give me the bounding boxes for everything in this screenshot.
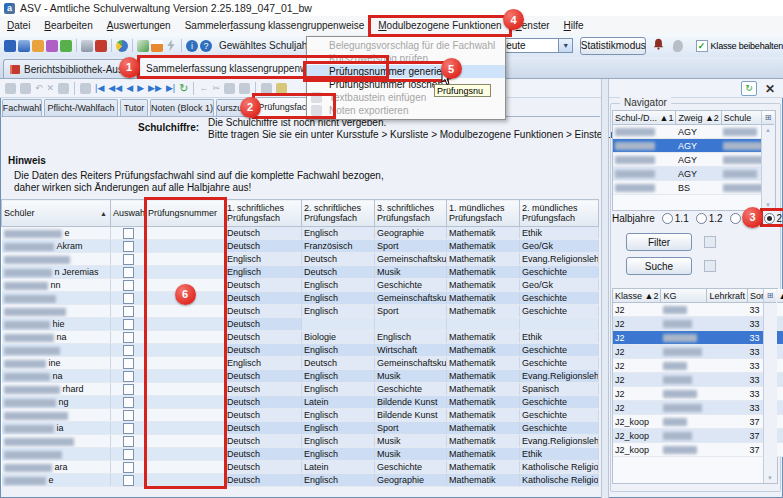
close-pane-icon[interactable]: ✕ bbox=[765, 82, 775, 96]
row-checkbox[interactable] bbox=[123, 475, 134, 486]
subject-cell-2[interactable]: Sport bbox=[375, 305, 447, 318]
printer-icon[interactable] bbox=[81, 40, 93, 52]
subject-cell-3[interactable]: Mathematik bbox=[447, 370, 520, 383]
subject-cell-3[interactable]: Mathematik bbox=[447, 357, 520, 370]
subject-cell-1[interactable]: Englisch bbox=[302, 422, 375, 435]
row-checkbox[interactable] bbox=[123, 332, 134, 343]
class-row[interactable]: J2_koop37 bbox=[613, 443, 783, 457]
refresh-icon[interactable]: ↻ bbox=[179, 82, 188, 94]
subject-cell-0[interactable]: Deutsch bbox=[225, 474, 302, 487]
scrollbar[interactable]: ⊞▲▼ bbox=[761, 111, 775, 210]
subject-cell-2[interactable]: Musik bbox=[375, 370, 447, 383]
subject-cell-3[interactable]: Mathematik bbox=[447, 435, 520, 448]
subject-cell-4[interactable]: Evang.Religionslehre bbox=[520, 435, 599, 448]
subject-cell-1[interactable]: Englisch bbox=[302, 344, 375, 357]
table-edit-icon[interactable] bbox=[137, 40, 149, 52]
sub-tab-3[interactable]: Noten (Block 1) bbox=[150, 99, 214, 116]
subject-cell-3[interactable]: Mathematik bbox=[447, 474, 520, 487]
subject-cell-0[interactable]: Deutsch bbox=[225, 370, 302, 383]
subject-cell-1[interactable] bbox=[302, 318, 375, 331]
subject-cell-4[interactable]: Ethik bbox=[520, 227, 599, 240]
tab-berichtsbibliothek[interactable]: Berichtsbibliothek-Auswertung bbox=[3, 59, 137, 78]
filter-button[interactable]: Filter bbox=[626, 233, 692, 251]
subject-cell-4[interactable]: Geschichte bbox=[520, 422, 599, 435]
panel-splitter[interactable] bbox=[601, 79, 609, 498]
subject-cell-1[interactable]: Deutsch bbox=[302, 266, 375, 279]
subject-cell-1[interactable]: Deutsch bbox=[302, 357, 375, 370]
subject-cell-1[interactable]: Englisch bbox=[302, 474, 375, 487]
window-icon[interactable] bbox=[151, 40, 163, 52]
subject-cell-2[interactable]: Geographie bbox=[375, 227, 447, 240]
class-row[interactable]: J233 bbox=[613, 331, 783, 345]
subject-cell-1[interactable]: Latein bbox=[302, 396, 375, 409]
chat-green-icon[interactable] bbox=[60, 40, 72, 52]
subject-cell-0[interactable]: Deutsch bbox=[225, 344, 302, 357]
row-checkbox[interactable] bbox=[123, 436, 134, 447]
info-icon[interactable]: i bbox=[186, 40, 198, 52]
subject-cell-0[interactable]: Deutsch bbox=[225, 240, 302, 253]
subject-cell-2[interactable]: Geschichte bbox=[375, 279, 447, 292]
subject-cell-4[interactable]: Geschichte bbox=[520, 409, 599, 422]
scrollbar[interactable]: ⊞▼ bbox=[763, 289, 777, 483]
subject-cell-4[interactable]: Katholische Religio... bbox=[520, 474, 599, 487]
subject-cell-2[interactable]: Gemeinschaftskunde bbox=[375, 253, 447, 266]
row-checkbox[interactable] bbox=[123, 241, 134, 252]
subject-cell-2[interactable]: Geographie bbox=[375, 474, 447, 487]
class-col-header-0[interactable]: Klasse ▲2 bbox=[613, 289, 661, 303]
subject-cell-0[interactable]: Deutsch bbox=[225, 461, 302, 474]
subject-cell-3[interactable]: Mathematik bbox=[447, 422, 520, 435]
prev-record-icon[interactable]: ◀ bbox=[126, 82, 133, 94]
row-checkbox[interactable] bbox=[123, 397, 134, 408]
menu-item-3[interactable]: Sammelerfassung klassengruppenweise bbox=[178, 18, 372, 33]
menu-item-1[interactable]: Bearbeiten bbox=[37, 18, 99, 33]
zeitpunkt-select[interactable]: Heute ▼ bbox=[495, 38, 573, 53]
subject-cell-4[interactable]: Geschichte bbox=[520, 396, 599, 409]
subject-cell-3[interactable]: Mathematik bbox=[447, 461, 520, 474]
subject-cell-2[interactable]: Sport bbox=[375, 240, 447, 253]
subject-cell-1[interactable]: Biologie bbox=[302, 331, 375, 344]
last-record-icon[interactable]: ▶| bbox=[166, 82, 175, 94]
subject-cell-0[interactable]: Deutsch bbox=[225, 448, 302, 461]
subject-cell-3[interactable]: Mathematik bbox=[447, 409, 520, 422]
menu-item-0[interactable]: Datei bbox=[0, 18, 37, 33]
pie-chart-icon[interactable] bbox=[116, 40, 128, 52]
subject-cell-3[interactable]: Mathematik bbox=[447, 292, 520, 305]
row-checkbox[interactable] bbox=[123, 410, 134, 421]
help-icon[interactable]: ? bbox=[200, 40, 212, 52]
subject-cell-4[interactable]: Geschichte bbox=[520, 344, 599, 357]
class-row[interactable]: J2_koop37 bbox=[613, 415, 783, 429]
table-settings-icon[interactable]: ⊞ bbox=[762, 111, 774, 125]
subject-cell-1[interactable]: Englisch bbox=[302, 227, 375, 240]
row-checkbox[interactable] bbox=[123, 280, 134, 291]
subject-cell-2[interactable]: Geschichte bbox=[375, 461, 447, 474]
row-checkbox[interactable] bbox=[123, 267, 134, 278]
subject-cell-4[interactable]: Geschichte bbox=[520, 305, 599, 318]
subject-cell-0[interactable]: Deutsch bbox=[225, 331, 302, 344]
subject-cell-3[interactable]: Mathematik bbox=[447, 331, 520, 344]
row-checkbox[interactable] bbox=[123, 462, 134, 473]
subject-cell-4[interactable]: Evang.Religionslehre bbox=[520, 370, 599, 383]
report-library-icon[interactable] bbox=[95, 40, 107, 52]
row-checkbox[interactable] bbox=[123, 254, 134, 265]
subject-cell-0[interactable]: Deutsch bbox=[225, 279, 302, 292]
subject-cell-0[interactable]: Englisch bbox=[225, 357, 302, 370]
subject-cell-2[interactable]: Englisch bbox=[375, 331, 447, 344]
subject-cell-3[interactable]: Mathematik bbox=[447, 396, 520, 409]
class-row[interactable]: J233 bbox=[613, 317, 783, 331]
suche-checkbox[interactable] bbox=[704, 260, 716, 272]
subject-cell-0[interactable]: Englisch bbox=[225, 266, 302, 279]
row-checkbox[interactable] bbox=[123, 358, 134, 369]
school-col-header-1[interactable]: Zweig ▲2 bbox=[676, 111, 721, 125]
subject-cell-0[interactable]: Deutsch bbox=[225, 318, 302, 331]
subject-cell-4[interactable]: Geschichte bbox=[520, 292, 599, 305]
school-row[interactable]: AGY bbox=[613, 167, 775, 181]
class-row[interactable]: J233 bbox=[613, 401, 783, 415]
subject-cell-4[interactable]: Spanisch bbox=[520, 383, 599, 396]
class-row[interactable]: J233 bbox=[613, 303, 783, 317]
first-record-icon[interactable]: |◀ bbox=[95, 82, 104, 94]
subject-cell-2[interactable]: Musik bbox=[375, 435, 447, 448]
next-record-icon[interactable]: ▶ bbox=[137, 82, 144, 94]
school-row[interactable]: AGY bbox=[613, 139, 775, 153]
subject-cell-1[interactable]: Latein bbox=[302, 461, 375, 474]
moon-icon[interactable] bbox=[673, 40, 682, 52]
